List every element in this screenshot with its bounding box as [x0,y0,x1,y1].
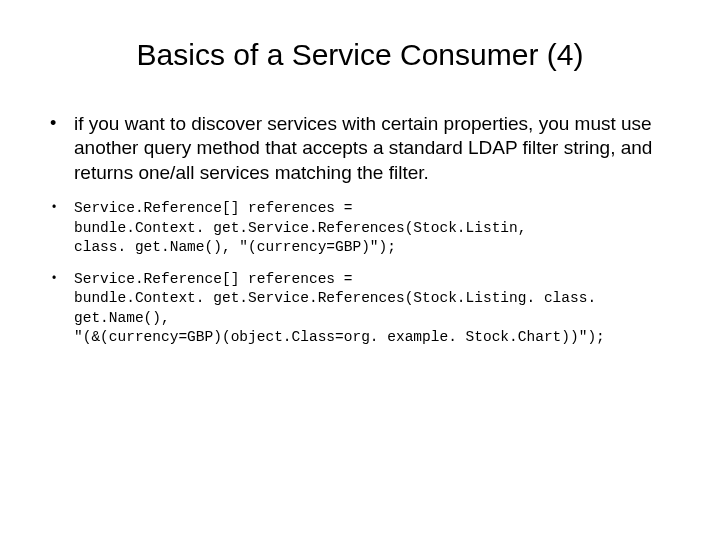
code-block-2: Service.Reference[] references = bundle.… [74,270,680,348]
bullet-list: if you want to discover services with ce… [40,112,680,348]
bullet-intro-period: . [424,162,429,183]
slide-title: Basics of a Service Consumer (4) [40,38,680,72]
bullet-intro: if you want to discover services with ce… [40,112,680,185]
bullet-code-2: Service.Reference[] references = bundle.… [40,270,680,348]
code-block-1: Service.Reference[] references = bundle.… [74,199,680,258]
bullet-intro-text: if you want to discover services with ce… [74,113,652,183]
bullet-code-1: Service.Reference[] references = bundle.… [40,199,680,258]
slide: Basics of a Service Consumer (4) if you … [0,0,720,540]
